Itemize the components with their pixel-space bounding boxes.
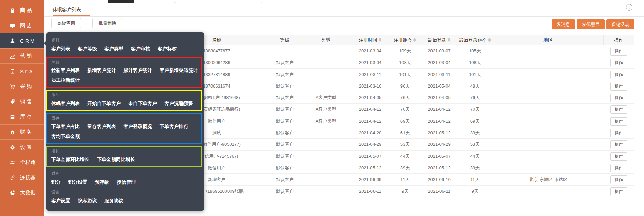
dropdown-menu-item[interactable]: 开始自下单客户	[87, 101, 121, 107]
dropdown-menu-item[interactable]: 隐私协议	[78, 198, 97, 204]
sidebar-item-clipboard[interactable]: S F A	[0, 63, 44, 79]
last-login-days-cell: 108天	[457, 57, 493, 68]
row-action-button[interactable]: 操作	[610, 140, 627, 149]
row-action-button[interactable]: 操作	[610, 117, 627, 126]
action-cell: 操作	[604, 139, 634, 150]
dropdown-menu-item[interactable]: 预存款	[95, 179, 109, 185]
row-action-button[interactable]: 操作	[610, 129, 627, 137]
dropdown-menu-item[interactable]: 未自下单客户	[128, 101, 157, 107]
column-header[interactable]: 最后登录距今	[457, 35, 493, 45]
level-cell: 默认客户	[269, 162, 300, 173]
level-cell: 默认客户	[269, 57, 300, 68]
row-action-button[interactable]: 操作	[610, 152, 627, 161]
sidebar-item-box[interactable]: 库 存	[0, 109, 44, 124]
row-action-button[interactable]: 操作	[610, 47, 627, 56]
sort-icon[interactable]	[448, 38, 450, 43]
sidebar-item-user[interactable]: C R M	[0, 33, 44, 48]
level-cell	[269, 45, 300, 57]
column-header[interactable]: 最后登录	[421, 35, 457, 45]
purse-icon	[9, 129, 16, 135]
promotion-activity-button[interactable]: 促销活动	[606, 19, 634, 29]
info-icon[interactable]: i	[626, 4, 632, 11]
dropdown-menu-item[interactable]: 下单金额环比增长	[51, 157, 89, 163]
reg-date-cell: 2021-05-12	[351, 162, 389, 173]
dropdown-menu-item[interactable]: 下单金额同比增长	[97, 157, 135, 163]
dropdown-menu-item[interactable]: 客户沉睡预警	[164, 101, 193, 107]
inactive-tab-outline	[175, 0, 262, 3]
dropdown-section-label: 财务	[51, 171, 199, 176]
dropdown-items: 拉新客户列表新增客户统计累计客户统计客户新增渠道统计员工拉新统计	[51, 67, 198, 83]
last-login-cell: 2021-05-07	[421, 151, 457, 162]
sidebar-item-purse[interactable]: 财 务	[0, 124, 44, 140]
sidebar-item-label: 采 购	[20, 83, 32, 90]
dropdown-menu-item[interactable]: 累计客户统计	[123, 67, 152, 74]
dropdown-menu-item[interactable]: 下单客户占比	[51, 124, 80, 130]
sidebar-item-label: C R M	[20, 38, 35, 44]
sidebar-item-cart[interactable]: 采 购	[0, 79, 44, 94]
row-action-button[interactable]: 操作	[610, 94, 627, 102]
column-header: 地区	[493, 35, 604, 45]
advanced-query-button[interactable]: 高级查询	[51, 18, 81, 28]
reg-date-cell: 2021-03-04	[351, 45, 389, 57]
dropdown-menu-item[interactable]: 客户标签	[158, 46, 177, 52]
row-action-button[interactable]: 操作	[610, 175, 627, 184]
dropdown-menu-item[interactable]: 客户审核	[131, 46, 150, 52]
dropdown-section: 激活休眠客户列表开始自下单客户未自下单客户客户沉睡预警	[46, 90, 202, 111]
row-action-button[interactable]: 操作	[610, 71, 627, 79]
sidebar-item-link[interactable]: 连接器	[0, 170, 44, 185]
send-message-button[interactable]: 发消息	[552, 19, 575, 29]
dropdown-section-label: 设置	[51, 189, 199, 195]
crm-dropdown-menu: 资料客户列表客户等级客户类型客户审核客户标签拉新拉新客户列表新增客户统计累计客户…	[46, 32, 204, 211]
sidebar-item-gear[interactable]: 设 置	[0, 139, 44, 155]
dropdown-menu-item[interactable]: 授信管理	[117, 179, 136, 185]
row-action-button[interactable]: 操作	[610, 164, 627, 172]
dropdown-menu-item[interactable]: 下单客户排行	[160, 124, 188, 130]
dropdown-menu-item[interactable]: 员工拉新统计	[51, 77, 80, 83]
type-cell	[300, 127, 351, 138]
sidebar-item-chart[interactable]: 营 销	[0, 48, 44, 64]
dark-tab[interactable]	[108, 0, 134, 3]
type-cell	[300, 57, 351, 68]
dropdown-menu-item[interactable]: 留存客户列表	[87, 124, 116, 130]
dropdown-menu-item[interactable]: 客户类型	[104, 46, 123, 52]
dropdown-menu-item[interactable]: 客户设置	[51, 198, 70, 204]
dropdown-menu-item[interactable]: 服务协议	[104, 198, 123, 204]
dropdown-menu-item[interactable]: 客户列表	[51, 46, 70, 52]
row-action-button[interactable]: 操作	[610, 59, 627, 67]
sidebar-item-bag[interactable]: 商 品	[0, 3, 44, 18]
tab-dormant-customer-list[interactable]: 休眠客户列表	[53, 3, 81, 16]
row-action-button[interactable]: 操作	[610, 187, 627, 196]
column-header[interactable]: 注册时间	[351, 35, 389, 45]
dropdown-menu-item[interactable]: 客均下单金额	[51, 134, 80, 140]
dropdown-section: 增长下单金额环比增长下单金额同比增长	[46, 146, 202, 167]
action-cell: 操作	[604, 69, 634, 80]
level-cell: 默认客户	[269, 115, 300, 127]
dropdown-menu-item[interactable]: 休眠客户列表	[51, 101, 80, 107]
row-action-button[interactable]: 操作	[610, 105, 627, 114]
type-cell	[300, 151, 351, 162]
sidebar-item-pie-chart[interactable]: 大数据	[0, 185, 44, 200]
sidebar-item-monitor[interactable]: 网 店	[0, 18, 44, 33]
action-cell: 操作	[604, 162, 634, 173]
region-cell	[493, 104, 604, 115]
row-action-button[interactable]: 操作	[610, 82, 627, 91]
send-coupon-button[interactable]: 发优惠券	[577, 19, 605, 29]
sidebar-item-transfer-arrows[interactable]: 全程通	[0, 155, 44, 170]
sidebar-item-tag[interactable]: 销 售	[0, 94, 44, 109]
dropdown-menu-item[interactable]: 拉新客户列表	[51, 67, 80, 74]
last-login-days-cell: 105天	[457, 45, 493, 57]
dropdown-menu-item[interactable]: 积分设置	[68, 179, 87, 185]
sort-icon[interactable]	[379, 38, 381, 43]
dropdown-menu-item[interactable]: 客户等级	[78, 46, 97, 52]
sort-icon[interactable]	[413, 38, 416, 43]
dropdown-items: 积分积分设置预存款授信管理	[51, 179, 199, 185]
sort-icon[interactable]	[488, 38, 491, 43]
dropdown-menu-item[interactable]: 积分	[51, 179, 61, 185]
dropdown-menu-item[interactable]: 客户登录概况	[123, 124, 152, 130]
batch-delete-button[interactable]: 批量删除	[92, 18, 122, 28]
user-icon	[9, 37, 16, 44]
region-cell	[493, 69, 604, 80]
dropdown-menu-item[interactable]: 客户新增渠道统计	[160, 67, 198, 74]
dropdown-menu-item[interactable]: 新增客户统计	[87, 67, 116, 74]
column-header[interactable]: 注册距今	[389, 35, 421, 45]
